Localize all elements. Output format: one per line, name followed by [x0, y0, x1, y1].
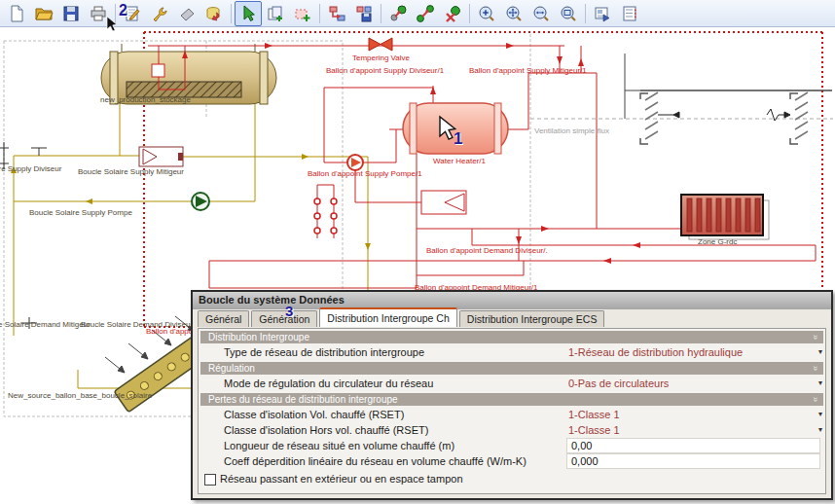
- zoom-width-icon: [531, 4, 551, 23]
- eraser-button[interactable]: [173, 1, 200, 26]
- zoom-width-button[interactable]: [527, 1, 555, 26]
- component-label: Tempering Valve: [352, 54, 410, 62]
- zone-label: Zone G-rdc: [698, 237, 737, 246]
- save-button[interactable]: [57, 1, 85, 26]
- eraser-icon: [177, 4, 197, 23]
- database-revert-icon: [204, 4, 224, 23]
- section-header-label: Distribution Intergroupe: [208, 332, 309, 342]
- toolbar-separator: [319, 4, 320, 23]
- section-header-regulation[interactable]: Régulation »: [200, 362, 823, 375]
- dropdown-arrow-icon[interactable]: ▾: [818, 410, 822, 418]
- duplicate-component-button[interactable]: [262, 1, 289, 26]
- printer-icon: [89, 4, 108, 23]
- collapse-chevron-icon[interactable]: »: [809, 366, 821, 371]
- diagram-save-icon: [354, 4, 374, 23]
- group-select-icon: [293, 4, 312, 23]
- field-value[interactable]: 1-Réseau de distribution hydraulique: [568, 346, 743, 358]
- field-row-coeff-deperdition: Coeff déperdition linéaire du réseau en …: [199, 453, 825, 469]
- link-delete-icon: [443, 4, 462, 23]
- field-label: Classe d'isolation Hors vol. chauffé (RS…: [224, 424, 428, 436]
- toolbar-separator: [469, 4, 470, 23]
- diagram-transfer-button[interactable]: [323, 1, 350, 26]
- dropdown-arrow-icon[interactable]: ▾: [818, 347, 822, 356]
- dhw-supply-pump[interactable]: [347, 155, 363, 170]
- zoom-fit-icon: [504, 4, 524, 23]
- ventilation-label: Ventilation simple flux: [534, 126, 609, 135]
- link-modify-button[interactable]: [412, 1, 439, 26]
- loop-data-dialog: Boucle du système Données Général Généra…: [191, 290, 833, 500]
- field-value[interactable]: 1-Classe 1: [568, 424, 620, 436]
- section-header-distribution[interactable]: Distribution Intergroupe »: [200, 331, 823, 343]
- field-row-mode-regulation: Mode de régulation du circulateur du rés…: [199, 376, 825, 391]
- new-document-button[interactable]: [3, 1, 30, 26]
- link-create-icon: [388, 4, 408, 23]
- diagram-save-button[interactable]: [350, 1, 378, 26]
- duplicate-pages-icon: [266, 4, 285, 23]
- select-cursor-button[interactable]: [235, 1, 262, 26]
- field-value[interactable]: 1-Classe 1: [568, 409, 620, 420]
- collapse-chevron-icon[interactable]: »: [809, 335, 821, 340]
- field-label: Classe d'isolation Vol. chauffé (RSET): [224, 409, 404, 420]
- settings-wrench-button[interactable]: [146, 1, 173, 26]
- section-header-label: Pertes du réseau de distribution intergr…: [208, 394, 398, 405]
- dialog-content-panel: Distribution Intergroupe » Type de résea…: [198, 328, 826, 494]
- tab-distribution-intergroupe-ecs[interactable]: Distribution Intergroupe ECS: [459, 310, 605, 327]
- data-properties-button[interactable]: [616, 1, 643, 26]
- callout-step2: 2: [119, 2, 127, 19]
- field-label: Coeff déperdition linéaire du réseau en …: [224, 455, 526, 467]
- longueur-input[interactable]: 0,00: [566, 438, 820, 453]
- dropdown-arrow-icon[interactable]: ▾: [818, 425, 822, 434]
- checkbox-label: Réseau passant en extérieur ou en espace…: [220, 473, 463, 485]
- data-properties-icon: [620, 4, 639, 23]
- field-row-type-reseau: Type de réseau de distribution intergrou…: [199, 344, 825, 360]
- component-label: Boucle Solaire Supply Mitigeur: [78, 167, 184, 176]
- radiator[interactable]: [681, 195, 769, 239]
- tab-general[interactable]: Général: [198, 310, 249, 327]
- checkbox-row-reseau-exterieur: Réseau passant en extérieur ou en espace…: [199, 471, 825, 488]
- component-label: Boucle Solaire Demand Mitigeur: [0, 320, 91, 329]
- solar-supply-pump[interactable]: [192, 193, 209, 210]
- component-label: New_source_ballon_base_boucle_solaire: [8, 391, 152, 400]
- tempering-valve[interactable]: [369, 38, 392, 51]
- checkbox[interactable]: [204, 474, 216, 486]
- open-file-button[interactable]: [30, 1, 57, 26]
- zoom-in-button[interactable]: [473, 1, 500, 26]
- dropdown-arrow-icon[interactable]: ▾: [818, 378, 822, 387]
- section-header-pertes[interactable]: Pertes du réseau de distribution intergr…: [200, 393, 823, 406]
- diagram-transfer-icon: [327, 4, 346, 23]
- component-label: Boucle Solaire Supply Diviseur: [0, 164, 61, 173]
- collapse-chevron-icon[interactable]: »: [809, 397, 821, 402]
- zoom-selection-icon: [559, 4, 578, 23]
- field-row-longueur-reseau: Longueur de réseau situé en volume chauf…: [199, 438, 825, 453]
- zoom-selection-button[interactable]: [555, 1, 582, 26]
- ventilation-wall: [625, 54, 832, 119]
- save-floppy-icon: [61, 4, 81, 23]
- component-label: Water Heater/1: [433, 157, 486, 165]
- field-label: Mode de régulation du circulateur du rés…: [224, 378, 433, 389]
- coeff-input[interactable]: 0,000: [566, 453, 820, 469]
- wrench-icon: [150, 4, 169, 23]
- cursor-arrow-2: [106, 16, 120, 33]
- new-document-icon: [7, 4, 26, 23]
- select-arrow-icon: [238, 4, 258, 23]
- cursor-arrow-1: [438, 115, 459, 142]
- report-export-button[interactable]: [589, 1, 616, 26]
- component-label: new_production_stockage: [100, 95, 191, 104]
- link-create-button[interactable]: [384, 1, 412, 26]
- pipe-port-nodes: [314, 198, 337, 234]
- field-row-classe-isolation-hors-vol: Classe d'isolation Hors vol. chauffé (RS…: [199, 422, 825, 438]
- toolbar-separator: [231, 4, 232, 23]
- dhw-demand-mitigeur[interactable]: [421, 191, 466, 214]
- link-modify-icon: [416, 4, 435, 23]
- revert-database-button[interactable]: [200, 1, 228, 26]
- field-value[interactable]: 0-Pas de circulateurs: [568, 378, 669, 389]
- field-label: Longueur de réseau situé en volume chauf…: [224, 440, 454, 451]
- zoom-fit-button[interactable]: [500, 1, 527, 26]
- component-label: Ballon d'appoint Demand Diviseur/.: [426, 246, 548, 255]
- paste-group-button[interactable]: [289, 1, 316, 26]
- open-folder-icon: [34, 4, 54, 23]
- tab-distribution-intergroupe-ch[interactable]: Distribution Intergroupe Ch: [319, 307, 456, 327]
- solar-supply-mitigeur[interactable]: [139, 147, 183, 166]
- section-header-label: Régulation: [208, 363, 255, 374]
- link-delete-button[interactable]: [439, 1, 466, 26]
